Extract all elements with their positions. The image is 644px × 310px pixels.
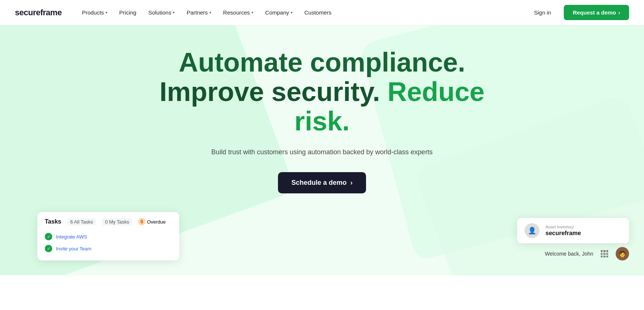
task-row-1: ✓ Integrate AWS [45,231,172,243]
task-link-1[interactable]: Integrate AWS [56,234,87,240]
arrow-icon: › [618,9,620,16]
nav-item-customers[interactable]: Customers [299,6,337,19]
asset-avatar: 👤 [525,223,540,238]
chevron-down-icon: ▾ [173,10,175,15]
nav-item-products[interactable]: Products ▾ [76,6,112,19]
hero-subtext: Build trust with customers using automat… [154,147,490,158]
user-avatar[interactable]: 🧑 [616,247,629,260]
chevron-down-icon: ▾ [106,10,107,15]
navbar: secureframe Products ▾ Pricing Solutions… [0,0,644,25]
logo[interactable]: secureframe [15,8,62,18]
arrow-icon: › [350,179,353,187]
hero-section: Automate compliance. Improve security. R… [0,25,644,275]
tasks-preview-card: Tasks 6 All Tasks 0 My Tasks 0 Overdue ✓… [37,212,179,260]
navbar-actions: Sign in Request a demo › [529,5,629,20]
task-row-2: ✓ Invite your Team [45,243,172,254]
schedule-demo-button[interactable]: Schedule a demo › [278,172,366,193]
asset-inventory-label: Asset Inventory [545,225,622,229]
chevron-down-icon: ▾ [291,10,293,15]
asset-card-info: Asset Inventory secureframe [545,225,622,237]
grid-icon[interactable] [601,250,608,257]
my-tasks-count: 0 My Tasks [102,218,132,225]
chevron-down-icon: ▾ [209,10,211,15]
nav-item-partners[interactable]: Partners ▾ [181,6,216,19]
nav-item-company[interactable]: Company ▾ [260,6,298,19]
overdue-badge: 0 [138,218,146,225]
sign-in-button[interactable]: Sign in [529,6,556,19]
tasks-title: Tasks [45,218,61,225]
nav-item-pricing[interactable]: Pricing [114,6,142,19]
nav-item-solutions[interactable]: Solutions ▾ [143,6,180,19]
headline-line2: Improve security. Reduce risk. [154,77,490,136]
asset-inventory-card: 👤 Asset Inventory secureframe [517,218,629,243]
welcome-text: Welcome back, John [545,251,593,257]
asset-inventory-logo: secureframe [545,230,622,237]
nav-menu: Products ▾ Pricing Solutions ▾ Partners … [76,6,529,19]
welcome-row: Welcome back, John 🧑 [545,247,629,260]
check-icon-2: ✓ [45,245,52,252]
chevron-down-icon: ▾ [251,10,253,15]
hero-headline: Automate compliance. Improve security. R… [154,48,490,136]
hero-preview-area: Tasks 6 All Tasks 0 My Tasks 0 Overdue ✓… [15,212,629,260]
all-tasks-count: 6 All Tasks [67,218,96,225]
check-icon-1: ✓ [45,233,52,240]
headline-line1: Automate compliance. [154,48,490,77]
hero-content: Automate compliance. Improve security. R… [154,48,490,193]
request-demo-button[interactable]: Request a demo › [564,5,629,20]
task-link-2[interactable]: Invite your Team [56,246,91,252]
nav-item-resources[interactable]: Resources ▾ [218,6,259,19]
overdue-count: 0 Overdue [138,218,166,225]
tasks-header: Tasks 6 All Tasks 0 My Tasks 0 Overdue [45,218,172,225]
